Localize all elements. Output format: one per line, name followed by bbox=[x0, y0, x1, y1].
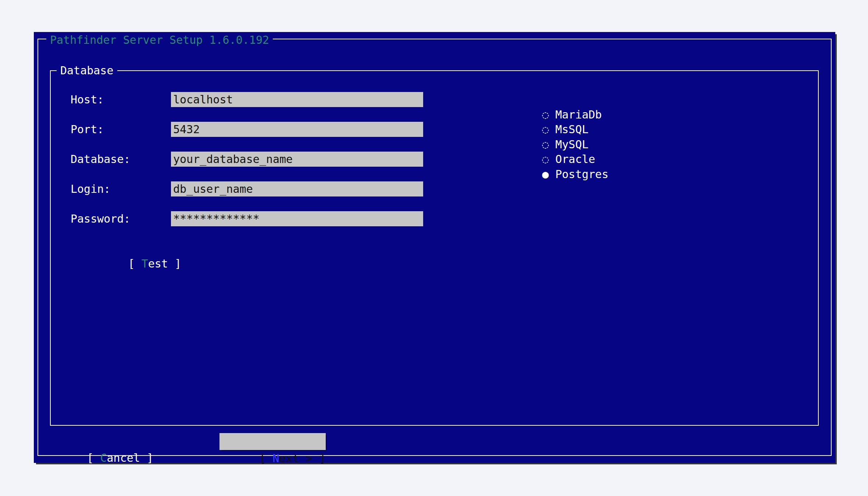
test-button-hotkey: T bbox=[142, 257, 148, 270]
dialog-title: Pathfinder Server Setup 1.6.0.192 bbox=[46, 33, 273, 47]
test-button[interactable]: [ Test ] bbox=[75, 241, 181, 256]
test-button-label: est ] bbox=[148, 257, 181, 270]
database-group-box: Database Host: Port: Database: Login: Pa… bbox=[50, 70, 819, 426]
next-button-label: ext > ] bbox=[279, 452, 326, 465]
group-title: Database bbox=[57, 63, 117, 78]
password-input[interactable] bbox=[171, 211, 423, 226]
radio-selected-icon: ● bbox=[542, 167, 556, 182]
radio-option-oracle[interactable]: ◌Oracle bbox=[489, 137, 595, 152]
radio-option-postgres[interactable]: ●Postgres bbox=[489, 152, 608, 167]
test-button-bracket: [ bbox=[128, 257, 142, 270]
login-input[interactable] bbox=[171, 181, 423, 196]
radio-option-mariadb[interactable]: ◌MariaDb bbox=[489, 92, 602, 107]
cancel-button-bracket: [ bbox=[87, 451, 100, 464]
login-label: Login: bbox=[71, 181, 110, 196]
password-label: Password: bbox=[71, 211, 131, 226]
host-input[interactable] bbox=[171, 92, 423, 107]
port-label: Port: bbox=[71, 122, 104, 137]
radio-option-label: Postgres bbox=[556, 168, 609, 181]
host-label: Host: bbox=[71, 92, 104, 107]
port-input[interactable] bbox=[171, 122, 423, 137]
desktop-background: Pathfinder Server Setup 1.6.0.192 Databa… bbox=[0, 0, 868, 496]
cancel-button-label: ancel ] bbox=[107, 451, 153, 464]
setup-dialog: Pathfinder Server Setup 1.6.0.192 Databa… bbox=[34, 32, 835, 463]
database-input[interactable] bbox=[171, 152, 423, 167]
next-button-bracket: [ bbox=[259, 452, 272, 465]
next-button-hotkey: N bbox=[273, 452, 279, 465]
next-button[interactable]: [ Next > ] bbox=[219, 433, 326, 450]
radio-option-mssql[interactable]: ◌MsSQL bbox=[489, 107, 589, 122]
database-label: Database: bbox=[71, 152, 131, 167]
radio-option-mysql[interactable]: ◌MySQL bbox=[489, 122, 589, 137]
cancel-button-hotkey: C bbox=[100, 451, 107, 464]
cancel-button[interactable]: [ Cancel ] bbox=[47, 435, 153, 450]
